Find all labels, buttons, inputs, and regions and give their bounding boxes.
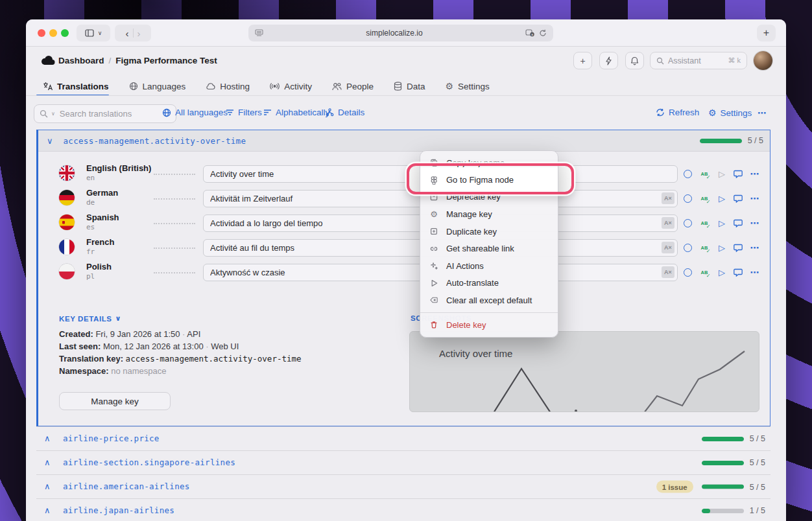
auto-translate-icon[interactable]: ▷ [717,267,727,277]
auto-translate-icon[interactable]: ▷ [717,193,727,203]
tab-hosting[interactable]: Hosting [206,82,250,91]
sort-button[interactable]: Alphabetically [263,108,329,117]
spellcheck-icon[interactable]: AB [699,218,710,228]
refresh-button[interactable]: Refresh [656,108,699,117]
manage-key-button[interactable]: Manage key [59,392,171,410]
key-row-airline-section[interactable]: ∧ airline-section.singapore-airlines 5 /… [36,450,770,474]
settings-button[interactable]: ⚙ Settings [708,108,752,118]
comment-icon[interactable] [733,242,743,253]
sidebar-toggle-button[interactable]: ∨ [77,25,110,41]
comment-icon[interactable] [733,218,743,228]
row-more-icon[interactable]: ⋯ [750,242,760,253]
sort-icon [263,109,272,116]
flag-france [59,239,75,255]
address-bar[interactable]: simplelocalize.io a [248,25,553,41]
forward-button[interactable]: › [137,28,141,39]
chevron-down-icon[interactable]: ∨ [47,136,53,146]
breadcrumb-project[interactable]: Dashboard [58,56,104,65]
zoom-window-button[interactable] [61,29,69,37]
tab-data[interactable]: Data [394,82,425,91]
status-circle-icon[interactable] [682,168,693,179]
search-translations-input[interactable] [58,108,156,119]
database-icon [394,82,402,91]
row-more-icon[interactable]: ⋯ [750,193,760,203]
key-row-japan-airlines[interactable]: ∧ airline.japan-airlines 1 / 5 [36,498,770,521]
breadcrumb: Dashboard / Figma Performance Test [58,56,217,65]
menu-item-get-shareable-link[interactable]: Get shareable link [420,240,558,257]
chevron-up-icon[interactable]: ∧ [44,457,51,467]
row-more-icon[interactable]: ⋯ [750,168,760,179]
chevron-up-icon[interactable]: ∧ [44,505,51,515]
chevron-up-icon[interactable]: ∧ [44,434,51,443]
status-circle-icon[interactable] [682,193,693,203]
tab-translations[interactable]: Translations [43,82,109,91]
spellcheck-icon[interactable]: AB [699,193,710,203]
cloud-icon [206,82,215,90]
menu-item-manage-key[interactable]: ⚙ Manage key [420,205,558,223]
auto-translate-icon[interactable]: ▷ [717,168,727,179]
menu-item-clear-all-except-default[interactable]: Clear all except default [420,292,558,309]
machine-translation-off-icon: A× [662,242,675,253]
minimize-window-button[interactable] [49,29,57,37]
menu-item-duplicate-key[interactable]: Duplicate key [420,223,558,240]
reader-icon[interactable] [255,29,263,37]
spellcheck-icon[interactable]: AB [699,168,710,179]
menu-item-go-to-figma-node[interactable]: Go to Figma node [420,167,558,193]
key-row-header[interactable]: ∨ access-management.activity-over-time 5… [38,130,770,152]
gear-icon: ⚙ [445,81,453,91]
namespace-line: Namespace: no namespace [59,365,302,377]
comment-icon[interactable] [733,168,743,179]
spellcheck-icon[interactable]: AB [699,242,710,253]
created-line: Created: Fri, 9 Jan 2026 at 1:50 · API [59,328,302,340]
tab-people[interactable]: People [332,82,374,91]
status-circle-icon[interactable] [682,242,693,253]
menu-item-delete-key[interactable]: Delete key [420,316,558,334]
status-circle-icon[interactable] [682,267,693,277]
new-tab-button[interactable]: + [757,25,776,41]
last-seen-line: Last seen: Mon, 12 Jan 2026 at 13:00 · W… [59,340,302,353]
more-options-button[interactable]: ⋯ [758,108,767,118]
key-details-toggle[interactable]: KEY DETAILS ∨ [59,314,121,323]
sidebar-icon [85,29,94,37]
close-window-button[interactable] [38,29,45,37]
row-more-icon[interactable]: ⋯ [750,267,760,277]
filters-button[interactable]: Filters [226,108,262,117]
user-avatar[interactable] [754,51,772,70]
language-row-fr: French fr A× AB ▷ ⋯ [38,239,770,257]
menu-item-auto-translate[interactable]: Auto-translate [420,275,558,292]
chevron-down-icon: ∨ [98,30,102,36]
flag-spain [59,214,75,230]
tab-languages[interactable]: Languages [129,82,186,91]
quick-actions-button[interactable] [599,52,618,69]
notifications-button[interactable] [625,52,644,69]
chevron-down-icon: ∨ [51,111,55,117]
issue-badge[interactable]: 1 issue [656,481,693,493]
sparkles-icon [429,261,439,270]
ellipsis-icon: ⋯ [758,108,767,118]
all-languages-filter[interactable]: All languages [162,108,228,117]
language-row-es: Spanish es A× AB ▷ ⋯ [38,214,770,232]
assistant-search[interactable]: Assistant ⌘ k [650,52,747,69]
row-more-icon[interactable]: ⋯ [750,218,760,228]
status-circle-icon[interactable] [682,218,693,228]
breadcrumb-page: Figma Performance Test [115,56,217,65]
details-button[interactable]: Details [326,108,364,117]
back-button[interactable]: ‹ [126,28,129,39]
auto-translate-icon[interactable]: ▷ [717,218,727,228]
reload-icon[interactable] [539,29,547,37]
screenshot-preview[interactable]: Activity over time [409,331,759,412]
add-button[interactable]: + [573,52,592,69]
tab-settings[interactable]: ⚙ Settings [445,81,489,91]
chevron-up-icon[interactable]: ∧ [44,481,51,491]
key-row-airline-price[interactable]: ∧ airline-price.price 5 / 5 [36,426,770,450]
translation-key-name[interactable]: access-management.activity-over-time [64,136,246,146]
menu-item-ai-actions[interactable]: AI Actions [420,257,558,275]
comment-icon[interactable] [733,267,743,277]
key-row-american-airlines[interactable]: ∧ airline.american-airlines 1 issue 5 / … [36,474,770,498]
search-translations-field[interactable]: ∨ [34,104,176,123]
tab-activity[interactable]: Activity [270,82,312,91]
auto-translate-icon[interactable]: ▷ [717,242,727,253]
translate-page-icon[interactable]: a [525,29,534,37]
spellcheck-icon[interactable]: AB [699,267,710,277]
comment-icon[interactable] [733,193,743,203]
